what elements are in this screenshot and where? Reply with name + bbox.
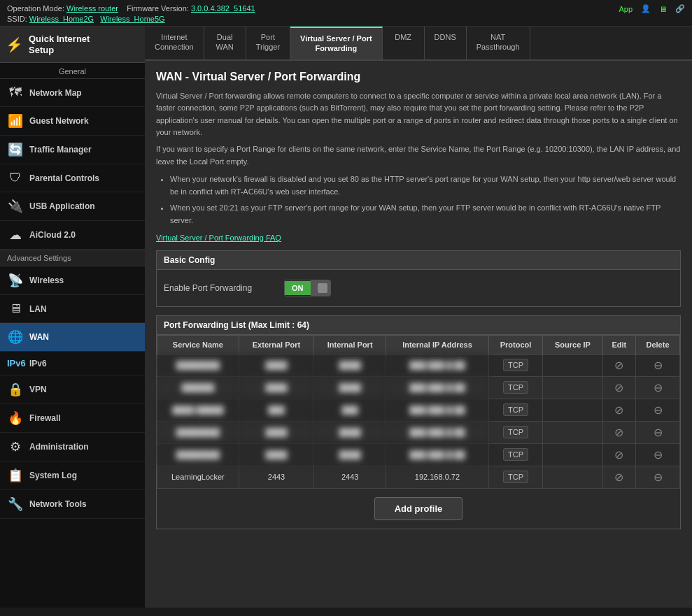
toggle-slider[interactable] <box>311 280 330 296</box>
ssid-2g[interactable]: Wireless_Home2G <box>29 15 94 23</box>
edit-icon[interactable]: ⊘ <box>614 471 623 483</box>
sidebar-item-label-firewall: Firewall <box>29 413 61 423</box>
sidebar-item-quick-setup[interactable]: ⚡ Quick InternetSetup <box>0 27 145 63</box>
delete-icon[interactable]: ⊖ <box>654 427 663 438</box>
operation-mode-value[interactable]: Wireless router <box>66 4 118 13</box>
sidebar-item-network-tools[interactable]: 🔧 Network Tools <box>0 490 145 519</box>
system-log-icon: 📋 <box>7 468 24 483</box>
sidebar-item-label-ipv6: IPv6 <box>29 359 47 368</box>
cell-source-ip <box>543 376 602 399</box>
cell-service: ████ █████ <box>157 399 239 421</box>
tab-virtual-server[interactable]: Virtual Server / PortForwarding <box>290 27 383 59</box>
th-external-port: External Port <box>239 335 313 354</box>
delete-icon[interactable]: ⊖ <box>654 404 663 416</box>
cell-ext-port: ████ <box>239 421 313 443</box>
cell-ext-port: ████ <box>239 443 313 466</box>
sidebar-item-guest-network[interactable]: 📶 Guest Network <box>0 107 145 136</box>
sidebar-item-label-vpn: VPN <box>29 385 47 394</box>
sidebar-item-network-map[interactable]: 🗺 Network Map <box>0 79 145 107</box>
add-profile-button[interactable]: Add profile <box>374 497 463 520</box>
sidebar-item-label-parental-controls: Parental Controls <box>29 173 99 183</box>
cell-int-port: 2443 <box>314 466 386 488</box>
quick-setup-icon: ⚡ <box>6 36 23 53</box>
main-layout: ⚡ Quick InternetSetup General 🗺 Network … <box>0 27 692 608</box>
cell-delete[interactable]: ⊖ <box>636 399 680 421</box>
cell-edit[interactable]: ⊘ <box>602 421 636 443</box>
basic-config-header: Basic Config <box>157 251 680 270</box>
cell-ip: ███.███.█.██ <box>386 399 489 421</box>
sidebar-item-label-network-map: Network Map <box>29 88 82 98</box>
sidebar-item-traffic-manager[interactable]: 🔄 Traffic Manager <box>0 136 145 164</box>
sidebar-item-lan[interactable]: 🖥 LAN <box>0 295 145 323</box>
enable-pf-toggle[interactable]: ON <box>284 280 331 296</box>
tab-ddns[interactable]: DDNS <box>425 27 467 59</box>
sidebar-item-vpn[interactable]: 🔒 VPN <box>0 375 145 404</box>
table-body: ████████ ████ ████ ███.███.█.██ TCP ⊘ ⊖ … <box>157 354 680 488</box>
sidebar-item-aicloud[interactable]: ☁ AiCloud 2.0 <box>0 221 145 250</box>
traffic-manager-icon: 🔄 <box>7 142 24 157</box>
th-source-ip: Source IP <box>543 335 602 354</box>
cell-edit[interactable]: ⊘ <box>602 399 636 421</box>
sidebar-item-label-usb-application: USB Application <box>29 201 95 211</box>
users-icon[interactable]: 👤 <box>641 4 651 13</box>
sidebar-item-ipv6[interactable]: IPv6 IPv6 <box>0 352 145 375</box>
delete-icon[interactable]: ⊖ <box>654 471 663 483</box>
quick-setup-label: Quick InternetSetup <box>29 34 90 55</box>
bullet-1: When your network's firewall is disabled… <box>170 173 681 198</box>
tab-port-trigger[interactable]: PortTrigger <box>246 27 290 59</box>
delete-icon[interactable]: ⊖ <box>654 359 663 371</box>
toggle-on-label: ON <box>285 281 311 295</box>
lan-icon: 🖥 <box>7 301 24 316</box>
cell-ip: ███.███.█.██ <box>386 421 489 443</box>
pf-table-wrapper: Service Name External Port Internal Port… <box>157 335 680 489</box>
sidebar-item-usb-application[interactable]: 🔌 USB Application <box>0 192 145 221</box>
cell-edit[interactable]: ⊘ <box>602 443 636 466</box>
table-row: ████████ ████ ████ ███.███.█.██ TCP ⊘ ⊖ <box>157 354 680 376</box>
app-label[interactable]: App <box>619 5 633 13</box>
cell-source-ip <box>543 443 602 466</box>
monitor-icon[interactable]: 🖥 <box>659 5 667 13</box>
vpn-icon: 🔒 <box>7 382 24 397</box>
cell-delete[interactable]: ⊖ <box>636 354 680 376</box>
delete-icon[interactable]: ⊖ <box>654 382 663 394</box>
cell-delete[interactable]: ⊖ <box>636 421 680 443</box>
cell-delete[interactable]: ⊖ <box>636 376 680 399</box>
table-row: LearningLocker 2443 2443 192.168.0.72 TC… <box>157 466 680 488</box>
cell-protocol: TCP <box>488 466 543 488</box>
share-icon[interactable]: 🔗 <box>675 4 685 13</box>
network-tools-icon: 🔧 <box>7 496 24 512</box>
edit-icon[interactable]: ⊘ <box>614 359 623 371</box>
edit-icon[interactable]: ⊘ <box>614 427 623 438</box>
edit-icon[interactable]: ⊘ <box>614 404 623 416</box>
tab-nat-passthrough[interactable]: NATPassthrough <box>467 27 530 59</box>
cell-delete[interactable]: ⊖ <box>636 466 680 488</box>
cell-edit[interactable]: ⊘ <box>602 376 636 399</box>
th-edit: Edit <box>602 335 636 354</box>
sidebar-item-wireless[interactable]: 📡 Wireless <box>0 266 145 295</box>
firmware-value[interactable]: 3.0.0.4.382_51641 <box>191 4 255 13</box>
cell-edit[interactable]: ⊘ <box>602 466 636 488</box>
ssid-5g[interactable]: Wireless_Home5G <box>100 15 164 23</box>
faq-link[interactable]: Virtual Server / Port Forwarding FAQ <box>156 234 281 242</box>
administration-icon: ⚙ <box>7 439 24 454</box>
sidebar-item-firewall[interactable]: 🔥 Firewall <box>0 404 145 433</box>
cell-protocol: TCP <box>488 443 543 466</box>
sidebar: ⚡ Quick InternetSetup General 🗺 Network … <box>0 27 145 608</box>
general-section-label: General <box>0 63 145 79</box>
port-forwarding-list-section: Port Forwarding List (Max Limit : 64) Se… <box>156 315 681 529</box>
tab-dmz[interactable]: DMZ <box>383 27 425 59</box>
sidebar-item-administration[interactable]: ⚙ Administration <box>0 433 145 461</box>
desc-p1: Virtual Server / Port forwarding allows … <box>156 90 681 139</box>
port-forwarding-table: Service Name External Port Internal Port… <box>157 335 680 489</box>
edit-icon[interactable]: ⊘ <box>614 449 623 461</box>
sidebar-item-parental-controls[interactable]: 🛡 Parental Controls <box>0 164 145 192</box>
tab-internet-connection[interactable]: InternetConnection <box>145 27 204 59</box>
edit-icon[interactable]: ⊘ <box>614 382 623 394</box>
cell-edit[interactable]: ⊘ <box>602 354 636 376</box>
sidebar-item-system-log[interactable]: 📋 System Log <box>0 461 145 490</box>
delete-icon[interactable]: ⊖ <box>654 449 663 461</box>
top-bar-icons: App 👤 🖥 🔗 <box>619 4 685 13</box>
sidebar-item-wan[interactable]: 🌐 WAN <box>0 323 145 352</box>
tab-dual-wan[interactable]: DualWAN <box>204 27 246 59</box>
cell-delete[interactable]: ⊖ <box>636 443 680 466</box>
